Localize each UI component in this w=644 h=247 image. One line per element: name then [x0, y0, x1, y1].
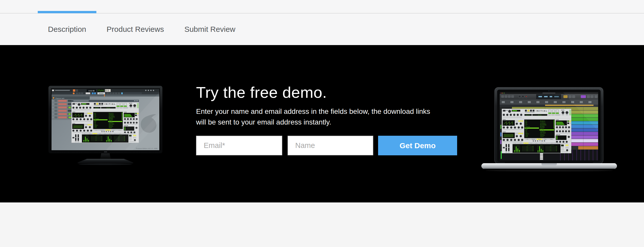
demo-hero: Try the free demo. Enter your name and e… — [196, 84, 471, 155]
get-demo-button[interactable]: Get Demo — [378, 136, 457, 155]
name-field[interactable] — [288, 136, 373, 155]
hero-title: Try the free demo. — [196, 84, 471, 101]
page-footer-spacer — [0, 202, 644, 247]
tab-description[interactable]: Description — [38, 13, 96, 45]
laptop-image — [481, 84, 617, 172]
email-field[interactable] — [196, 136, 282, 155]
hero-description-line1: Enter your name and email address in the… — [196, 106, 471, 117]
tab-submit-review[interactable]: Submit Review — [174, 13, 246, 45]
laptop-base — [481, 162, 617, 172]
hero-description: Enter your name and email address in the… — [196, 106, 471, 128]
base-notch — [542, 163, 557, 166]
tab-list: DescriptionProduct ReviewsSubmit Review — [38, 13, 246, 45]
fl-time-display: 0:02:95 — [88, 90, 94, 92]
product-tabs-bar: DescriptionProduct ReviewsSubmit Review — [0, 0, 644, 45]
logic-pro-screen — [500, 92, 598, 160]
fl-selected-channel: Drums — [99, 93, 103, 94]
monitor-stand — [78, 152, 133, 165]
tab-product-reviews[interactable]: Product Reviews — [96, 13, 174, 45]
demo-form: Get Demo — [196, 136, 471, 155]
channel-rack-title: Channel rack — [55, 98, 65, 99]
hero-description-line2: will be sent to your email address insta… — [196, 117, 471, 128]
desktop-monitor-image: 0:02:95 Drums — [48, 86, 162, 166]
product-page: DescriptionProduct ReviewsSubmit Review — [0, 0, 644, 247]
fl-studio-screen: 0:02:95 Drums — [51, 89, 162, 150]
free-demo-banner: INITIAL Macro 1 — [0, 45, 644, 202]
webcam-dot — [548, 90, 549, 91]
